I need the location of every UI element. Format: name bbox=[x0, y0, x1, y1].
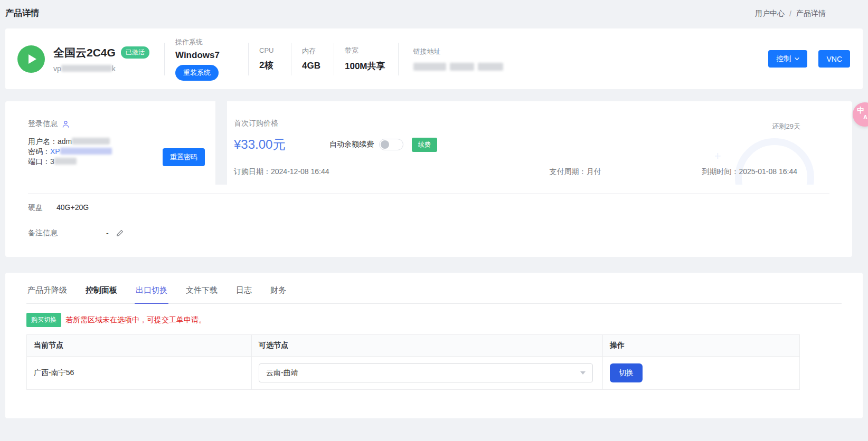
tabs-card: 产品升降级 控制面板 出口切换 文件下载 日志 财务 购买切换 若所需区域未在选… bbox=[5, 273, 863, 418]
username-row: 用户名：adm bbox=[28, 137, 205, 147]
stat-bandwidth: 带宽 100M共享 bbox=[342, 46, 389, 72]
current-node-cell: 广西-南宁56 bbox=[27, 357, 251, 389]
port-masked bbox=[54, 158, 77, 165]
page-title: 产品详情 bbox=[5, 8, 39, 19]
link-address-label: 链接地址 bbox=[413, 47, 503, 56]
table-header-row: 当前节点 可选节点 操作 bbox=[27, 335, 799, 357]
memory-label: 内存 bbox=[302, 46, 323, 56]
switch-button[interactable]: 切换 bbox=[610, 363, 643, 382]
product-hostname: vpk bbox=[53, 64, 154, 73]
product-identity: 全国云2C4G 已激活 vpk bbox=[53, 45, 154, 73]
auto-renew-toggle[interactable] bbox=[379, 139, 403, 150]
chevron-down-icon bbox=[580, 371, 586, 375]
product-detail-page: 产品详情 用户中心 / 产品详情 全国云2C4G 已激活 vpk 操作系统 Wi… bbox=[0, 0, 868, 441]
disk-value: 40G+20G bbox=[56, 203, 89, 213]
translate-widget[interactable]: 中 A bbox=[853, 102, 868, 127]
login-info-title: 登录信息 bbox=[28, 119, 58, 129]
link-address-block: 链接地址 bbox=[413, 47, 503, 71]
node-select-value: 云南-曲靖 bbox=[266, 368, 298, 378]
divider bbox=[398, 43, 399, 75]
tab-exit-switch[interactable]: 出口切换 bbox=[135, 284, 168, 304]
divider bbox=[291, 43, 291, 75]
buy-switch-badge[interactable]: 购买切换 bbox=[26, 313, 61, 327]
status-badge: 已激活 bbox=[121, 46, 149, 59]
node-switch-table: 当前节点 可选节点 操作 广西-南宁56 云南-曲靖 切换 bbox=[26, 334, 800, 390]
control-button[interactable]: 控制 bbox=[768, 50, 807, 68]
user-icon bbox=[62, 120, 70, 128]
note-row: 备注信息 - bbox=[28, 220, 829, 257]
stat-memory: 内存 4GB bbox=[299, 46, 326, 71]
breadcrumb: 用户中心 / 产品详情 bbox=[755, 9, 826, 18]
billing-panel: 还剩29天 首次订购价格 ¥33.00元 自动余额续费 续费 订购日期：2024… bbox=[227, 101, 852, 185]
notice-text: 若所需区域未在选项中，可提交工单申请。 bbox=[65, 315, 206, 325]
product-header-card: 全国云2C4G 已激活 vpk 操作系统 Windows7 重装系统 CPU 2… bbox=[5, 28, 863, 89]
password-masked bbox=[60, 148, 112, 155]
username-masked bbox=[72, 138, 110, 145]
cpu-label: CPU bbox=[259, 46, 280, 54]
renew-button[interactable]: 续费 bbox=[412, 138, 437, 152]
header-actions: 控制 VNC bbox=[768, 50, 850, 68]
stat-cpu: CPU 2核 bbox=[256, 46, 284, 71]
vnc-button[interactable]: VNC bbox=[818, 50, 850, 68]
reset-password-button[interactable]: 重置密码 bbox=[163, 148, 205, 166]
header-optional-node: 可选节点 bbox=[251, 335, 602, 356]
control-button-label: 控制 bbox=[776, 54, 791, 64]
os-label: 操作系统 bbox=[175, 37, 238, 47]
os-value: Windows7 bbox=[175, 50, 238, 61]
os-block: 操作系统 Windows7 重装系统 bbox=[175, 37, 238, 81]
top-bar: 产品详情 用户中心 / 产品详情 bbox=[0, 0, 868, 26]
action-cell: 切换 bbox=[602, 357, 799, 389]
billing-dates-row: 订购日期：2024-12-08 16:44 支付周期：月付 到期时间：2025-… bbox=[234, 167, 852, 177]
reinstall-os-button[interactable]: 重装系统 bbox=[175, 65, 219, 81]
optional-node-cell: 云南-曲靖 bbox=[251, 357, 602, 389]
cpu-value: 2核 bbox=[259, 59, 280, 71]
note-label: 备注信息 bbox=[28, 228, 58, 238]
note-value: - bbox=[106, 229, 109, 237]
bandwidth-value: 100M共享 bbox=[345, 60, 385, 72]
expire-date: 到期时间：2025-01-08 16:44 bbox=[702, 167, 797, 177]
tab-finance[interactable]: 财务 bbox=[269, 284, 287, 304]
link-address-masked bbox=[413, 63, 503, 71]
header-action: 操作 bbox=[602, 335, 799, 356]
breadcrumb-current: 产品详情 bbox=[796, 9, 826, 18]
power-status-icon bbox=[17, 45, 45, 73]
hostname-masked bbox=[61, 65, 112, 72]
pay-cycle: 支付周期：月付 bbox=[550, 167, 601, 177]
breadcrumb-user-center[interactable]: 用户中心 bbox=[755, 9, 785, 18]
price-value: ¥33.00元 bbox=[234, 136, 320, 153]
detail-top-section: 登录信息 用户名：adm 密码：XP 端口：3 bbox=[5, 101, 852, 185]
login-info-panel: 登录信息 用户名：adm 密码：XP 端口：3 bbox=[5, 101, 215, 185]
tab-control-panel[interactable]: 控制面板 bbox=[84, 284, 118, 304]
tab-product-upgrade[interactable]: 产品升降级 bbox=[26, 284, 68, 304]
divider bbox=[334, 43, 334, 75]
bandwidth-label: 带宽 bbox=[345, 46, 385, 55]
node-select[interactable]: 云南-曲靖 bbox=[259, 363, 593, 382]
days-remaining: 还剩29天 bbox=[772, 122, 800, 131]
panel-gap bbox=[215, 101, 227, 185]
divider bbox=[164, 43, 165, 75]
tabs: 产品升降级 控制面板 出口切换 文件下载 日志 财务 bbox=[26, 284, 842, 304]
toggle-knob bbox=[381, 140, 389, 149]
table-row: 广西-南宁56 云南-曲靖 切换 bbox=[27, 357, 799, 389]
tab-file-download[interactable]: 文件下载 bbox=[185, 284, 219, 304]
breadcrumb-separator: / bbox=[789, 9, 791, 18]
memory-value: 4GB bbox=[302, 61, 323, 71]
first-price-label: 首次订购价格 bbox=[234, 119, 852, 128]
chevron-down-icon bbox=[795, 57, 799, 61]
order-date: 订购日期：2024-12-08 16:44 bbox=[234, 167, 329, 177]
edit-note-icon[interactable] bbox=[116, 229, 124, 237]
header-current-node: 当前节点 bbox=[27, 335, 251, 356]
disk-label: 硬盘 bbox=[28, 203, 43, 213]
play-icon bbox=[29, 54, 36, 64]
disk-row: 硬盘 40G+20G bbox=[28, 193, 829, 220]
notice-row: 购买切换 若所需区域未在选项中，可提交工单申请。 bbox=[26, 313, 842, 327]
detail-card: 登录信息 用户名：adm 密码：XP 端口：3 bbox=[5, 101, 852, 257]
auto-renew-label: 自动余额续费 bbox=[329, 140, 374, 149]
divider bbox=[248, 43, 249, 75]
tab-logs[interactable]: 日志 bbox=[235, 284, 253, 304]
product-name: 全国云2C4G bbox=[53, 45, 116, 60]
